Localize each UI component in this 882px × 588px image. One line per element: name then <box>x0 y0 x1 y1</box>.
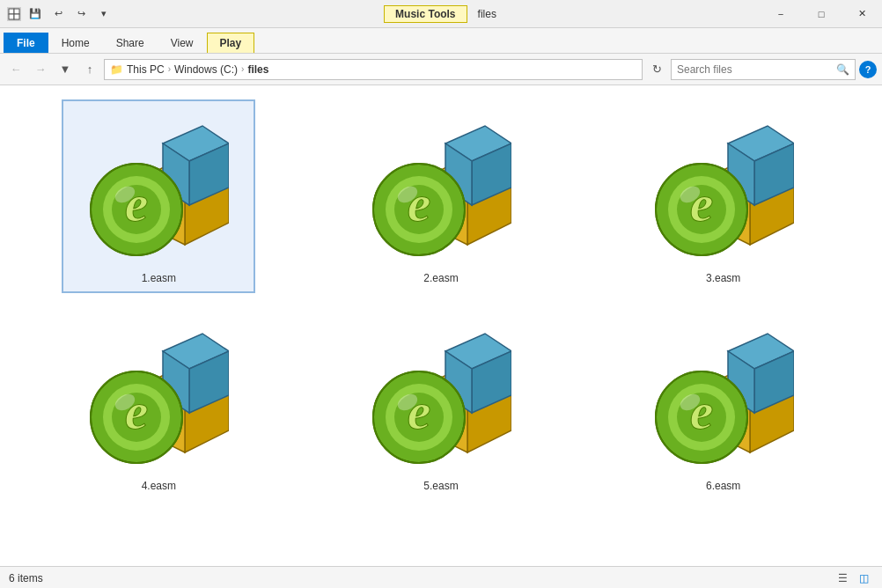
file-label-1: 1.easm <box>142 272 176 284</box>
ribbon-tabs: File Home Share View Play <box>0 28 882 53</box>
address-part-drive: Windows (C:) <box>174 63 238 76</box>
back-button[interactable]: ← <box>5 59 26 80</box>
titlebar-left: 💾 ↩ ↪ ▾ <box>0 5 120 23</box>
file-icon-5: e <box>362 316 520 474</box>
up-button[interactable]: ↑ <box>79 59 100 80</box>
view-buttons: ☰ ◫ <box>833 570 873 587</box>
address-part-files: files <box>247 63 268 76</box>
svg-text:e: e <box>689 174 713 232</box>
svg-text:e: e <box>408 382 431 440</box>
list-view-button[interactable]: ☰ <box>833 570 852 587</box>
address-sep-1: › <box>168 64 171 74</box>
svg-text:e: e <box>125 382 149 440</box>
file-item[interactable]: e 4.easm <box>62 307 255 501</box>
file-label-4: 4.easm <box>142 480 176 492</box>
svg-text:e: e <box>689 382 713 440</box>
address-part-thispc: This PC <box>127 63 165 76</box>
quick-access-undo[interactable]: ↩ <box>49 5 67 23</box>
tab-file[interactable]: File <box>4 33 48 53</box>
file-icon-6: e <box>644 316 803 474</box>
item-count: 6 items <box>9 572 43 584</box>
file-icon-4: e <box>79 316 238 474</box>
forward-button[interactable]: → <box>30 59 51 80</box>
search-bar[interactable]: 🔍 <box>671 59 856 80</box>
navigation-bar: ← → ▼ ↑ 📁 This PC › Windows (C:) › files… <box>0 54 882 85</box>
search-input[interactable] <box>677 63 833 76</box>
file-item[interactable]: e 6.easm <box>627 307 820 501</box>
file-label-6: 6.easm <box>706 480 740 492</box>
file-label-2: 2.easm <box>423 272 458 284</box>
file-icon-1: e <box>79 108 238 267</box>
file-label-5: 5.easm <box>423 480 458 492</box>
quick-access-more[interactable]: ▾ <box>95 5 113 23</box>
tab-view[interactable]: View <box>158 33 207 53</box>
refresh-button[interactable]: ↻ <box>646 59 667 80</box>
close-button[interactable]: ✕ <box>842 0 882 28</box>
file-item[interactable]: e 1.easm <box>62 99 255 293</box>
file-grid: e 1.easm e 2 <box>0 85 882 566</box>
tab-home[interactable]: Home <box>48 33 103 53</box>
address-bar[interactable]: 📁 This PC › Windows (C:) › files <box>104 59 643 80</box>
file-icon-3: e <box>644 108 803 267</box>
recent-locations-button[interactable]: ▼ <box>55 59 76 80</box>
address-folder-icon: 📁 <box>110 63 123 76</box>
file-icon-2: e <box>362 108 520 267</box>
svg-rect-0 <box>9 9 14 14</box>
system-icon <box>7 7 21 21</box>
quick-access-save[interactable]: 💾 <box>26 5 44 23</box>
quick-access-redo[interactable]: ↪ <box>72 5 90 23</box>
svg-rect-1 <box>14 9 19 14</box>
titlebar-title-area: Music Tools files <box>120 5 761 23</box>
svg-text:e: e <box>408 174 431 232</box>
tab-share[interactable]: Share <box>103 33 158 53</box>
svg-rect-3 <box>14 14 19 19</box>
active-ribbon-tab-label[interactable]: Music Tools <box>384 5 467 23</box>
file-item[interactable]: e 2.easm <box>344 99 538 293</box>
statusbar: 6 items ☰ ◫ <box>0 566 882 588</box>
file-label-3: 3.easm <box>706 272 740 284</box>
titlebar: 💾 ↩ ↪ ▾ Music Tools files − □ ✕ <box>0 0 882 28</box>
grid-view-button[interactable]: ◫ <box>854 570 873 587</box>
tab-play[interactable]: Play <box>207 33 255 53</box>
search-icon: 🔍 <box>836 63 849 76</box>
window-controls: − □ ✕ <box>761 0 882 28</box>
svg-rect-2 <box>9 14 14 19</box>
file-item[interactable]: e 5.easm <box>344 307 538 501</box>
address-sep-2: › <box>241 64 244 74</box>
help-button[interactable]: ? <box>859 61 877 78</box>
document-title: files <box>478 8 496 20</box>
minimize-button[interactable]: − <box>761 0 801 28</box>
file-item[interactable]: e 3.easm <box>627 99 820 293</box>
ribbon: File Home Share View Play <box>0 28 882 54</box>
maximize-button[interactable]: □ <box>801 0 842 28</box>
svg-text:e: e <box>125 174 149 232</box>
